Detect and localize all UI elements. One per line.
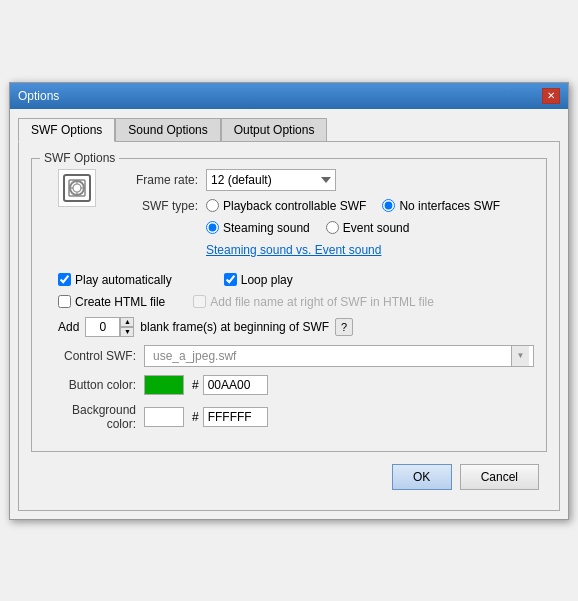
- add-label: Add: [58, 320, 79, 334]
- frames-input[interactable]: 0: [85, 317, 120, 337]
- sound-radio-group: Steaming sound Event sound: [206, 221, 409, 235]
- tab-swf-options[interactable]: SWF Options: [18, 118, 115, 142]
- create-html-check[interactable]: Create HTML file: [58, 295, 165, 309]
- background-color-input[interactable]: FFFFFF: [203, 407, 268, 427]
- background-color-swatch[interactable]: [144, 407, 184, 427]
- right-panel: Frame rate: 12 (default) SWF type:: [106, 169, 534, 265]
- frame-rate-label: Frame rate:: [106, 173, 206, 187]
- background-color-row: Background color: # FFFFFF: [44, 403, 534, 431]
- control-swf-combo[interactable]: use_a_jpeg.swf ▼: [144, 345, 534, 367]
- svg-rect-0: [69, 180, 85, 196]
- tab-output-options[interactable]: Output Options: [221, 118, 328, 142]
- content-area: SWF Options: [18, 141, 560, 511]
- play-auto-checkbox[interactable]: [58, 273, 71, 286]
- sound-link-row: Steaming sound vs. Event sound: [206, 243, 534, 257]
- film-icon: [67, 178, 87, 198]
- frames-spinbox: 0 ▲ ▼: [85, 317, 134, 337]
- steaming-sound-label: Steaming sound: [223, 221, 310, 235]
- swf-type-no-interfaces[interactable]: No interfaces SWF: [382, 199, 500, 213]
- add-filename-label: Add file name at right of SWF in HTML fi…: [210, 295, 434, 309]
- window-body: SWF Options Sound Options Output Options…: [10, 109, 568, 519]
- swf-type-playback[interactable]: Playback controllable SWF: [206, 199, 366, 213]
- button-color-hash: #: [192, 378, 199, 392]
- play-loop-row: Play automatically Loop play: [58, 273, 534, 287]
- sound-link[interactable]: Steaming sound vs. Event sound: [206, 243, 381, 257]
- swf-icon-inner: [63, 174, 91, 202]
- button-color-label: Button color:: [44, 378, 144, 392]
- group-box-label: SWF Options: [40, 151, 119, 165]
- title-bar-controls: ✕: [542, 88, 560, 104]
- bottom-buttons: OK Cancel: [31, 456, 547, 498]
- control-swf-value: use_a_jpeg.swf: [149, 349, 511, 363]
- sound-type-row: Steaming sound Event sound: [106, 221, 534, 235]
- help-button[interactable]: ?: [335, 318, 353, 336]
- button-color-swatch[interactable]: [144, 375, 184, 395]
- button-color-input[interactable]: 00AA00: [203, 375, 268, 395]
- spinbox-up[interactable]: ▲: [120, 317, 134, 327]
- steaming-sound-option[interactable]: Steaming sound: [206, 221, 310, 235]
- event-sound-radio[interactable]: [326, 221, 339, 234]
- cancel-button[interactable]: Cancel: [460, 464, 539, 490]
- play-auto-check[interactable]: Play automatically: [58, 273, 172, 287]
- spinbox-buttons: ▲ ▼: [120, 317, 134, 337]
- close-button[interactable]: ✕: [542, 88, 560, 104]
- swf-icon: [58, 169, 96, 207]
- playback-radio[interactable]: [206, 199, 219, 212]
- frame-rate-select[interactable]: 12 (default): [206, 169, 336, 191]
- tab-sound-options[interactable]: Sound Options: [115, 118, 220, 142]
- add-filename-checkbox[interactable]: [193, 295, 206, 308]
- spinbox-down[interactable]: ▼: [120, 327, 134, 337]
- background-color-label: Background color:: [44, 403, 144, 431]
- swf-type-radio-group: Playback controllable SWF No interfaces …: [206, 199, 500, 213]
- swf-options-group: SWF Options: [31, 158, 547, 452]
- combo-arrow[interactable]: ▼: [511, 346, 529, 366]
- add-frames-row: Add 0 ▲ ▼ blank frame(s) at beginning of…: [58, 317, 534, 337]
- playback-label: Playback controllable SWF: [223, 199, 366, 213]
- loop-play-label: Loop play: [241, 273, 293, 287]
- steaming-sound-radio[interactable]: [206, 221, 219, 234]
- create-html-label: Create HTML file: [75, 295, 165, 309]
- frame-rate-row: Frame rate: 12 (default): [106, 169, 534, 191]
- title-bar: Options ✕: [10, 83, 568, 109]
- loop-play-checkbox[interactable]: [224, 273, 237, 286]
- background-color-hash: #: [192, 410, 199, 424]
- event-sound-option[interactable]: Event sound: [326, 221, 410, 235]
- play-auto-label: Play automatically: [75, 273, 172, 287]
- button-color-row: Button color: # 00AA00: [44, 375, 534, 395]
- window-title: Options: [18, 89, 59, 103]
- options-window: Options ✕ SWF Options Sound Options Outp…: [9, 82, 569, 520]
- swf-type-label: SWF type:: [106, 199, 206, 213]
- ok-button[interactable]: OK: [392, 464, 452, 490]
- event-sound-label: Event sound: [343, 221, 410, 235]
- control-swf-label: Control SWF:: [44, 349, 144, 363]
- add-filename-check[interactable]: Add file name at right of SWF in HTML fi…: [193, 295, 434, 309]
- control-swf-row: Control SWF: use_a_jpeg.swf ▼: [44, 345, 534, 367]
- svg-point-1: [73, 184, 81, 192]
- no-interfaces-radio[interactable]: [382, 199, 395, 212]
- html-filename-row: Create HTML file Add file name at right …: [58, 295, 534, 309]
- no-interfaces-label: No interfaces SWF: [399, 199, 500, 213]
- swf-type-row: SWF type: Playback controllable SWF No i…: [106, 199, 534, 213]
- create-html-checkbox[interactable]: [58, 295, 71, 308]
- tabs: SWF Options Sound Options Output Options: [18, 117, 560, 141]
- loop-play-check[interactable]: Loop play: [224, 273, 293, 287]
- frames-suffix: blank frame(s) at beginning of SWF: [140, 320, 329, 334]
